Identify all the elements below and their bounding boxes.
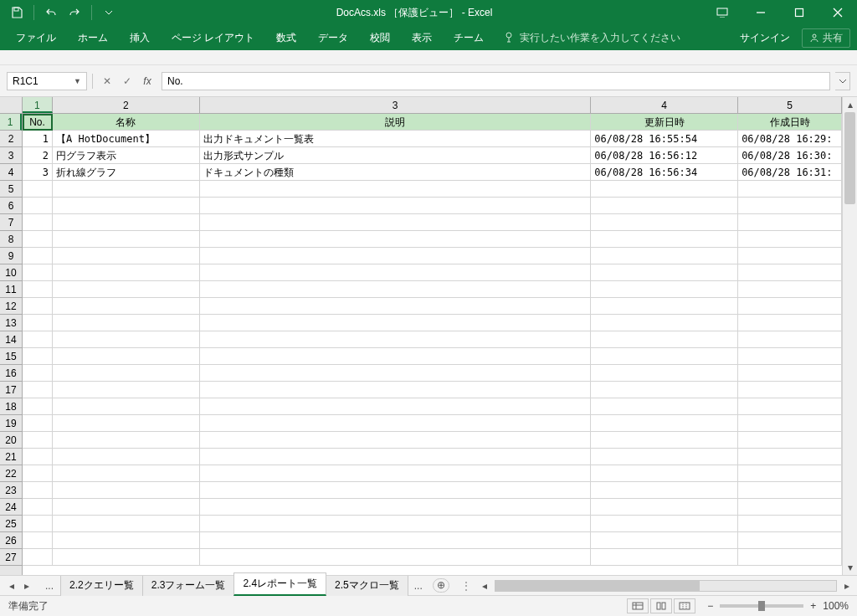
cell[interactable] <box>591 214 738 231</box>
column-header[interactable]: 5 <box>738 97 842 113</box>
cell[interactable]: 06/08/28 16:56:34 <box>591 164 738 181</box>
undo-icon[interactable] <box>41 3 61 22</box>
cell[interactable] <box>591 465 738 482</box>
zoom-in-icon[interactable]: + <box>810 600 816 612</box>
name-box-dropdown-icon[interactable]: ▼ <box>74 77 81 85</box>
cell[interactable] <box>23 248 53 264</box>
cell[interactable]: 出力ドキュメント一覧表 <box>200 131 592 147</box>
row-header[interactable]: 8 <box>0 231 22 248</box>
cell[interactable] <box>23 281 53 298</box>
cell[interactable]: ドキュメントの種類 <box>200 164 592 181</box>
row-header[interactable]: 27 <box>0 549 22 566</box>
qat-customize-icon[interactable] <box>99 3 119 22</box>
cell[interactable] <box>23 449 53 465</box>
row-header[interactable]: 19 <box>0 415 22 432</box>
insert-function-icon[interactable]: fx <box>138 72 157 90</box>
cell[interactable] <box>591 516 738 532</box>
cell[interactable]: 円グラフ表示 <box>53 147 200 164</box>
cell[interactable] <box>591 264 738 281</box>
cell[interactable] <box>23 264 53 281</box>
row-header[interactable]: 20 <box>0 432 22 449</box>
cell[interactable] <box>738 432 842 449</box>
cell[interactable] <box>738 281 842 298</box>
cell[interactable] <box>23 214 53 231</box>
cancel-formula-icon[interactable]: ✕ <box>98 72 116 90</box>
view-page-break-icon[interactable] <box>674 598 695 613</box>
cell[interactable] <box>738 465 842 482</box>
tell-me-box[interactable]: 実行したい作業を入力してください <box>496 31 687 45</box>
cell[interactable] <box>738 382 842 398</box>
table-header-cell[interactable]: 説明 <box>200 114 592 131</box>
row-header[interactable]: 18 <box>0 398 22 415</box>
cell[interactable] <box>23 482 53 499</box>
cell[interactable] <box>738 365 842 382</box>
sheet-split-handle[interactable]: ⋮ <box>458 580 475 592</box>
formula-input[interactable]: No. <box>162 72 830 90</box>
cell[interactable] <box>738 398 842 415</box>
save-icon[interactable] <box>7 3 27 22</box>
cell[interactable] <box>23 465 53 482</box>
sheet-tab[interactable]: 2.5マクロ一覧 <box>326 574 408 596</box>
view-normal-icon[interactable] <box>627 598 649 613</box>
cell[interactable] <box>23 382 53 398</box>
column-header[interactable]: 3 <box>200 97 592 113</box>
sheet-tab[interactable]: 2.3フォーム一覧 <box>142 574 235 596</box>
tab-team[interactable]: チーム <box>444 26 493 50</box>
cell[interactable] <box>738 298 842 315</box>
tab-view[interactable]: 表示 <box>403 26 441 50</box>
cell[interactable] <box>200 181 592 198</box>
zoom-slider[interactable] <box>720 604 803 608</box>
redo-icon[interactable] <box>64 3 85 22</box>
cell[interactable] <box>200 315 592 331</box>
cell[interactable]: 06/08/28 16:55:54 <box>591 131 738 147</box>
cell[interactable] <box>53 348 200 365</box>
zoom-out-icon[interactable]: − <box>707 600 713 612</box>
tab-home[interactable]: ホーム <box>69 26 117 50</box>
cell[interactable] <box>53 365 200 382</box>
cell[interactable] <box>738 181 842 198</box>
cell[interactable] <box>23 532 53 549</box>
row-header[interactable]: 5 <box>0 181 22 198</box>
cell[interactable] <box>53 248 200 264</box>
sheets-more-left[interactable]: ... <box>38 577 60 595</box>
cell[interactable] <box>23 549 53 566</box>
cell[interactable] <box>738 315 842 331</box>
cell[interactable] <box>23 198 53 214</box>
cell[interactable] <box>738 532 842 549</box>
row-header[interactable]: 11 <box>0 281 22 298</box>
row-header[interactable]: 4 <box>0 164 22 181</box>
cell[interactable] <box>53 181 200 198</box>
tab-insert[interactable]: 挿入 <box>121 26 159 50</box>
sheet-tab[interactable]: 2.4レポート一覧 <box>233 572 326 596</box>
tab-data[interactable]: データ <box>309 26 357 50</box>
cell[interactable] <box>591 365 738 382</box>
scroll-down-icon[interactable]: ▾ <box>843 560 857 575</box>
row-header[interactable]: 13 <box>0 315 22 331</box>
column-header[interactable]: 2 <box>53 97 200 113</box>
cells-area[interactable]: No.名称説明更新日時作成日時1【A HotDocument】出力ドキュメント一… <box>23 114 842 575</box>
cell[interactable] <box>591 499 738 516</box>
row-header[interactable]: 10 <box>0 264 22 281</box>
row-header[interactable]: 3 <box>0 147 22 164</box>
cell[interactable] <box>53 198 200 214</box>
cell[interactable] <box>200 298 592 315</box>
enter-formula-icon[interactable]: ✓ <box>118 72 136 90</box>
cell[interactable]: 【A HotDocument】 <box>53 131 200 147</box>
vertical-scrollbar[interactable]: ▴ ▾ <box>842 97 857 575</box>
cell[interactable] <box>591 532 738 549</box>
cell[interactable] <box>200 248 592 264</box>
cell[interactable] <box>738 516 842 532</box>
row-header[interactable]: 22 <box>0 465 22 482</box>
cell[interactable] <box>591 398 738 415</box>
cell[interactable] <box>53 281 200 298</box>
cell[interactable] <box>738 499 842 516</box>
view-page-layout-icon[interactable] <box>650 598 672 613</box>
cell[interactable] <box>53 482 200 499</box>
cell[interactable] <box>738 331 842 348</box>
row-header[interactable]: 24 <box>0 499 22 516</box>
hscroll-right-icon[interactable]: ▸ <box>840 580 854 592</box>
row-header[interactable]: 9 <box>0 248 22 264</box>
cell[interactable] <box>738 449 842 465</box>
cell[interactable] <box>200 432 592 449</box>
cell[interactable] <box>53 532 200 549</box>
